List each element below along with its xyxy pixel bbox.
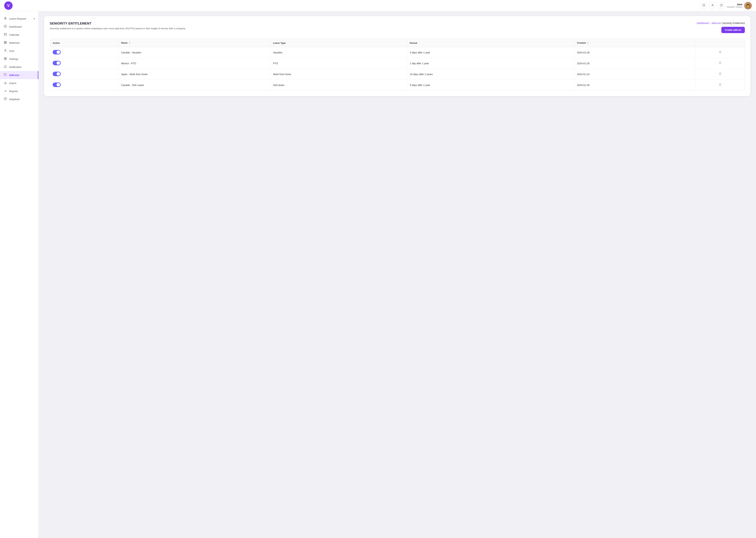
table-body: Canada - VacationVacation3 days after 1 … [50, 47, 745, 90]
cell-name: Spain - Work from home [118, 69, 270, 80]
volume-button[interactable] [700, 2, 707, 9]
svg-point-16 [5, 58, 6, 59]
user-subtitle: Vacation Tracker [727, 6, 742, 8]
app-logo[interactable]: V [4, 1, 13, 10]
col-name[interactable]: Name ▲▼ [118, 39, 270, 47]
sidebar-item-leave-request[interactable]: Leave Request ▾ [0, 15, 38, 23]
content-card: SENIORITY ENTITLEMENT Dashboard / Add-on… [44, 16, 750, 96]
user-name: Jane [727, 3, 742, 6]
delete-button[interactable] [717, 50, 723, 55]
avatar: 👩 [744, 2, 752, 10]
sidebar-item-dashboard[interactable]: Dashboard [0, 23, 38, 31]
page-title: SENIORITY ENTITLEMENT [50, 22, 91, 26]
svg-rect-11 [4, 41, 5, 42]
cell-name: Canada - Vacation [118, 47, 270, 58]
clock-icon [4, 25, 7, 29]
entries-table: Active Name ▲▼ Leave Type Period [50, 39, 745, 90]
help-icon [720, 4, 723, 7]
col-active: Active [50, 39, 118, 47]
cell-name: Mexico - PTO [118, 58, 270, 69]
sidebar-item-import[interactable]: Import [0, 79, 38, 87]
toggle-switch[interactable] [53, 50, 61, 54]
avatar-image: 👩 [744, 2, 752, 10]
toggle-switch[interactable] [53, 82, 61, 87]
sidebar-item-calendar[interactable]: Calendar [0, 31, 38, 39]
breadcrumb-addons[interactable]: Add-ons [712, 22, 721, 25]
sidebar-label-wallchart: Wallchart [9, 41, 20, 44]
sidebar-item-reports[interactable]: Reports [0, 87, 38, 95]
col-leave-type: Leave Type [270, 39, 407, 47]
cell-period: 5 days after 1 year [407, 80, 574, 90]
create-addon-button[interactable]: Create add-on [721, 27, 745, 33]
sidebar-label-import: Import [9, 82, 16, 84]
delete-button[interactable] [717, 72, 723, 77]
sidebar-item-settings[interactable]: Settings [0, 55, 38, 63]
header-row: Active Name ▲▼ Leave Type Period [50, 39, 745, 47]
sidebar-label-settings: Settings [9, 58, 18, 60]
header-right: Jane Vacation Tracker 👩 [700, 2, 752, 10]
cell-period: 10 days after 2 years [407, 69, 574, 80]
cell-actions [696, 80, 745, 90]
user-profile[interactable]: Jane Vacation Tracker 👩 [727, 2, 752, 10]
sidebar-item-user[interactable]: User [0, 47, 38, 55]
name-sort-icon: ▲▼ [129, 41, 130, 44]
svg-point-2 [712, 4, 713, 5]
user-icon [4, 49, 7, 53]
svg-rect-7 [4, 33, 7, 36]
cell-created: 2024-01-26 [574, 80, 696, 90]
breadcrumb: Dashboard / Add-ons / Seniority Entitlem… [697, 22, 745, 25]
sidebar-item-add-ons[interactable]: Add-ons [0, 71, 38, 79]
svg-rect-14 [4, 43, 5, 44]
svg-marker-5 [4, 17, 7, 20]
created-sort-icon: ▲▼ [587, 41, 589, 44]
cell-period: 3 days after 1 year [407, 47, 574, 58]
sidebar-item-notification[interactable]: Notification [0, 63, 38, 71]
cell-actions [696, 69, 745, 80]
cell-period: 1 day after 1 year [407, 58, 574, 69]
sidebar-label-notification: Notification [9, 66, 22, 69]
seniority-table: Active Name ▲▼ Leave Type Period [50, 39, 745, 90]
import-icon [4, 81, 7, 85]
toggle-switch[interactable] [53, 61, 61, 65]
sidebar-label-leave-request: Leave Request [9, 17, 26, 20]
col-actions [696, 39, 745, 47]
sidebar-item-wallchart[interactable]: Wallchart [0, 39, 38, 47]
breadcrumb-current: / Seniority Entitlement [721, 22, 745, 25]
toggle-switch[interactable] [53, 72, 61, 76]
wallchart-icon [4, 41, 7, 45]
app-header: V [0, 0, 756, 11]
sidebar-label-add-ons: Add-ons [9, 74, 20, 77]
account-icon [711, 4, 714, 7]
sidebar-label-dashboard: Dashboard [9, 26, 22, 28]
cell-active [50, 80, 118, 90]
col-created[interactable]: Created ▲▼ [574, 39, 696, 47]
calendar-icon [4, 33, 7, 37]
sidebar-label-calendar: Calendar [9, 33, 20, 36]
volume-icon [702, 4, 705, 7]
main-layout: Leave Request ▾ Dashboard Calendar Wallc… [0, 11, 756, 538]
breadcrumb-dashboard[interactable]: Dashboard [697, 22, 709, 25]
sidebar-item-helpdesk[interactable]: Helpdesk [0, 95, 38, 103]
delete-button[interactable] [717, 82, 723, 87]
cell-active [50, 69, 118, 80]
help-button[interactable] [718, 2, 725, 9]
reports-icon [4, 89, 7, 93]
delete-button[interactable] [717, 61, 723, 66]
bell-icon [4, 65, 7, 69]
settings-icon [4, 57, 7, 61]
svg-point-15 [5, 49, 6, 50]
cell-name: Canada - Sick Leave [118, 80, 270, 90]
sidebar-label-helpdesk: Helpdesk [9, 98, 20, 101]
col-period: Period [407, 39, 574, 47]
cell-actions [696, 58, 745, 69]
sidebar-label-reports: Reports [9, 90, 18, 93]
addons-icon [4, 73, 7, 77]
chevron-down-icon: ▾ [34, 18, 35, 20]
account-button[interactable] [709, 2, 716, 9]
page-description: Seniority entitlement is a system where … [50, 27, 186, 30]
cell-leave-type: Work from home [270, 69, 407, 80]
cell-created: 2024-01-26 [574, 58, 696, 69]
cell-leave-type: Sick leave [270, 80, 407, 90]
table-row: Canada - Sick LeaveSick leave5 days afte… [50, 80, 745, 90]
lightning-icon [4, 17, 7, 21]
